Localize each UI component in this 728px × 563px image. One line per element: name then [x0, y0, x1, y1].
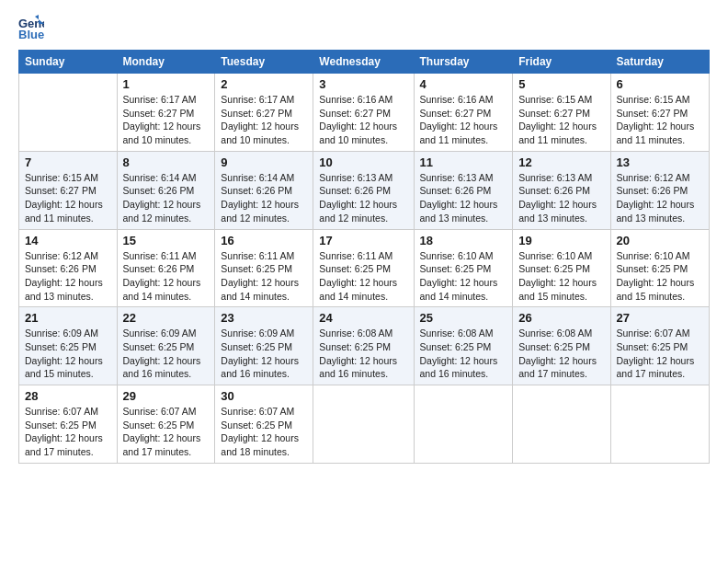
day-number: 30	[221, 389, 307, 403]
day-info: Sunrise: 6:10 AMSunset: 6:25 PMDaylight:…	[617, 249, 703, 304]
calendar-cell	[610, 385, 709, 464]
day-number: 10	[319, 155, 407, 169]
weekday-header-tuesday: Tuesday	[215, 51, 313, 74]
calendar-cell: 30Sunrise: 6:07 AMSunset: 6:25 PMDayligh…	[215, 385, 313, 464]
day-number: 1	[123, 77, 210, 91]
calendar-cell: 25Sunrise: 6:08 AMSunset: 6:25 PMDayligh…	[414, 307, 513, 385]
calendar-cell: 22Sunrise: 6:09 AMSunset: 6:25 PMDayligh…	[117, 307, 215, 385]
day-info: Sunrise: 6:10 AMSunset: 6:25 PMDaylight:…	[518, 249, 604, 304]
day-number: 14	[25, 234, 111, 247]
weekday-header-row: SundayMondayTuesdayWednesdayThursdayFrid…	[19, 51, 710, 74]
day-number: 11	[420, 155, 507, 169]
day-number: 13	[617, 155, 703, 169]
calendar-cell: 15Sunrise: 6:11 AMSunset: 6:26 PMDayligh…	[117, 229, 215, 307]
day-number: 9	[221, 155, 307, 169]
calendar-cell: 2Sunrise: 6:17 AMSunset: 6:27 PMDaylight…	[215, 74, 313, 152]
calendar-cell: 14Sunrise: 6:12 AMSunset: 6:26 PMDayligh…	[19, 229, 118, 307]
day-number: 19	[518, 234, 604, 247]
day-info: Sunrise: 6:16 AMSunset: 6:27 PMDaylight:…	[319, 93, 407, 147]
calendar-table: SundayMondayTuesdayWednesdayThursdayFrid…	[18, 50, 710, 464]
calendar-cell: 5Sunrise: 6:15 AMSunset: 6:27 PMDaylight…	[513, 74, 610, 152]
logo-icon: General Blue	[18, 15, 44, 40]
calendar-cell: 12Sunrise: 6:13 AMSunset: 6:26 PMDayligh…	[513, 151, 610, 229]
day-number: 28	[25, 389, 111, 403]
calendar-week-row: 28Sunrise: 6:07 AMSunset: 6:25 PMDayligh…	[19, 385, 710, 464]
day-info: Sunrise: 6:11 AMSunset: 6:26 PMDaylight:…	[123, 249, 210, 304]
calendar-cell: 18Sunrise: 6:10 AMSunset: 6:25 PMDayligh…	[414, 229, 513, 307]
header: General Blue	[18, 15, 710, 40]
day-info: Sunrise: 6:14 AMSunset: 6:26 PMDaylight:…	[123, 171, 210, 225]
calendar-cell: 27Sunrise: 6:07 AMSunset: 6:25 PMDayligh…	[610, 307, 709, 385]
day-info: Sunrise: 6:14 AMSunset: 6:26 PMDaylight:…	[221, 171, 307, 225]
day-number: 6	[617, 77, 703, 91]
weekday-header-thursday: Thursday	[414, 51, 513, 74]
day-info: Sunrise: 6:07 AMSunset: 6:25 PMDaylight:…	[617, 327, 703, 381]
day-number: 15	[123, 234, 210, 247]
calendar-cell: 8Sunrise: 6:14 AMSunset: 6:26 PMDaylight…	[117, 151, 215, 229]
day-info: Sunrise: 6:09 AMSunset: 6:25 PMDaylight:…	[25, 327, 111, 381]
day-info: Sunrise: 6:09 AMSunset: 6:25 PMDaylight:…	[123, 327, 210, 381]
calendar-cell	[414, 385, 513, 464]
calendar-cell: 21Sunrise: 6:09 AMSunset: 6:25 PMDayligh…	[19, 307, 118, 385]
page: General Blue SundayMondayTuesdayWednesda…	[0, 0, 728, 563]
weekday-header-sunday: Sunday	[19, 51, 118, 74]
day-number: 29	[123, 389, 210, 403]
day-number: 21	[25, 311, 111, 325]
day-info: Sunrise: 6:13 AMSunset: 6:26 PMDaylight:…	[518, 171, 604, 225]
day-number: 3	[319, 77, 407, 91]
day-info: Sunrise: 6:15 AMSunset: 6:27 PMDaylight:…	[25, 171, 111, 225]
calendar-cell: 9Sunrise: 6:14 AMSunset: 6:26 PMDaylight…	[215, 151, 313, 229]
calendar-cell: 23Sunrise: 6:09 AMSunset: 6:25 PMDayligh…	[215, 307, 313, 385]
day-info: Sunrise: 6:17 AMSunset: 6:27 PMDaylight:…	[123, 93, 210, 147]
calendar-cell: 3Sunrise: 6:16 AMSunset: 6:27 PMDaylight…	[313, 74, 414, 152]
calendar-cell	[19, 74, 118, 152]
calendar-cell: 28Sunrise: 6:07 AMSunset: 6:25 PMDayligh…	[19, 385, 118, 464]
calendar-cell	[513, 385, 610, 464]
day-info: Sunrise: 6:08 AMSunset: 6:25 PMDaylight:…	[518, 327, 604, 381]
day-number: 7	[25, 155, 111, 169]
day-number: 22	[123, 311, 210, 325]
day-info: Sunrise: 6:09 AMSunset: 6:25 PMDaylight:…	[221, 327, 307, 381]
day-info: Sunrise: 6:07 AMSunset: 6:25 PMDaylight:…	[221, 405, 307, 459]
day-info: Sunrise: 6:08 AMSunset: 6:25 PMDaylight:…	[420, 327, 507, 381]
day-number: 24	[319, 311, 407, 325]
weekday-header-wednesday: Wednesday	[313, 51, 414, 74]
day-info: Sunrise: 6:07 AMSunset: 6:25 PMDaylight:…	[123, 405, 210, 459]
day-number: 5	[518, 77, 604, 91]
calendar-cell: 4Sunrise: 6:16 AMSunset: 6:27 PMDaylight…	[414, 74, 513, 152]
day-number: 2	[221, 77, 307, 91]
calendar-week-row: 1Sunrise: 6:17 AMSunset: 6:27 PMDaylight…	[19, 74, 710, 152]
day-number: 12	[518, 155, 604, 169]
day-number: 18	[420, 234, 507, 247]
calendar-week-row: 14Sunrise: 6:12 AMSunset: 6:26 PMDayligh…	[19, 229, 710, 307]
day-info: Sunrise: 6:12 AMSunset: 6:26 PMDaylight:…	[617, 171, 703, 225]
weekday-header-monday: Monday	[117, 51, 215, 74]
calendar-cell: 16Sunrise: 6:11 AMSunset: 6:25 PMDayligh…	[215, 229, 313, 307]
calendar-week-row: 7Sunrise: 6:15 AMSunset: 6:27 PMDaylight…	[19, 151, 710, 229]
day-number: 16	[221, 234, 307, 247]
calendar-week-row: 21Sunrise: 6:09 AMSunset: 6:25 PMDayligh…	[19, 307, 710, 385]
calendar-cell: 13Sunrise: 6:12 AMSunset: 6:26 PMDayligh…	[610, 151, 709, 229]
svg-text:Blue: Blue	[18, 28, 44, 40]
day-info: Sunrise: 6:15 AMSunset: 6:27 PMDaylight:…	[518, 93, 604, 147]
calendar-cell: 1Sunrise: 6:17 AMSunset: 6:27 PMDaylight…	[117, 74, 215, 152]
logo: General Blue	[18, 15, 48, 40]
day-info: Sunrise: 6:08 AMSunset: 6:25 PMDaylight:…	[319, 327, 407, 381]
calendar-cell: 20Sunrise: 6:10 AMSunset: 6:25 PMDayligh…	[610, 229, 709, 307]
calendar-cell: 10Sunrise: 6:13 AMSunset: 6:26 PMDayligh…	[313, 151, 414, 229]
day-info: Sunrise: 6:11 AMSunset: 6:25 PMDaylight:…	[319, 249, 407, 304]
calendar-cell: 26Sunrise: 6:08 AMSunset: 6:25 PMDayligh…	[513, 307, 610, 385]
day-info: Sunrise: 6:13 AMSunset: 6:26 PMDaylight:…	[420, 171, 507, 225]
day-number: 26	[518, 311, 604, 325]
day-number: 27	[617, 311, 703, 325]
calendar-cell: 6Sunrise: 6:15 AMSunset: 6:27 PMDaylight…	[610, 74, 709, 152]
day-number: 4	[420, 77, 507, 91]
calendar-cell: 17Sunrise: 6:11 AMSunset: 6:25 PMDayligh…	[313, 229, 414, 307]
day-number: 20	[617, 234, 703, 247]
day-info: Sunrise: 6:11 AMSunset: 6:25 PMDaylight:…	[221, 249, 307, 304]
weekday-header-friday: Friday	[513, 51, 610, 74]
day-info: Sunrise: 6:12 AMSunset: 6:26 PMDaylight:…	[25, 249, 111, 304]
calendar-cell: 24Sunrise: 6:08 AMSunset: 6:25 PMDayligh…	[313, 307, 414, 385]
calendar-cell: 29Sunrise: 6:07 AMSunset: 6:25 PMDayligh…	[117, 385, 215, 464]
day-info: Sunrise: 6:16 AMSunset: 6:27 PMDaylight:…	[420, 93, 507, 147]
